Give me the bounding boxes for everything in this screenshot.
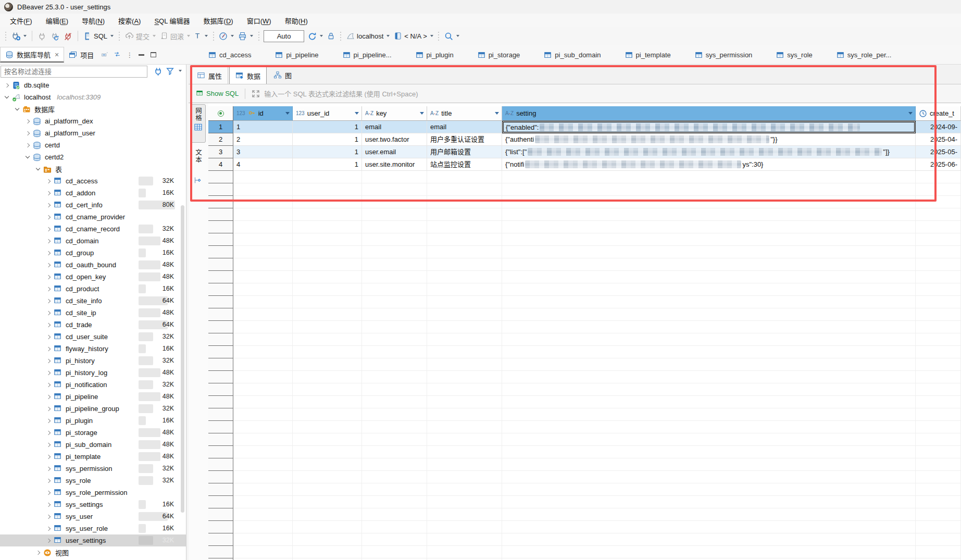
tree-item-cd_site_info[interactable]: cd_site_info64K xyxy=(0,295,186,307)
empty-cell[interactable] xyxy=(502,471,916,483)
column-menu-icon[interactable] xyxy=(908,112,913,115)
empty-cell[interactable] xyxy=(502,346,916,358)
row-number-empty[interactable] xyxy=(208,221,233,233)
empty-cell[interactable] xyxy=(916,496,961,508)
row-gutter-header[interactable] xyxy=(208,106,233,121)
search-button[interactable] xyxy=(442,30,461,42)
empty-cell[interactable] xyxy=(502,446,916,458)
empty-cell[interactable] xyxy=(293,458,362,471)
empty-cell[interactable] xyxy=(362,221,427,233)
empty-cell[interactable] xyxy=(233,208,293,221)
column-header-setting[interactable]: A-Zsetting xyxy=(502,106,916,121)
empty-cell[interactable] xyxy=(362,483,427,496)
empty-cell[interactable] xyxy=(916,533,961,546)
empty-cell[interactable] xyxy=(427,421,502,433)
tree-expander-icon[interactable] xyxy=(46,287,51,291)
tree-expander-icon[interactable] xyxy=(46,406,51,410)
empty-cell[interactable] xyxy=(233,271,293,283)
empty-cell[interactable] xyxy=(233,471,293,483)
tree-expander-icon[interactable] xyxy=(46,466,51,470)
empty-cell[interactable] xyxy=(427,333,502,346)
active-database-selector[interactable]: < N/A > xyxy=(392,30,435,42)
row-number-empty[interactable] xyxy=(208,183,233,196)
empty-cell[interactable] xyxy=(502,171,916,183)
editor-tab-pi_pipeline[interactable]: pi_pipeline xyxy=(275,51,318,59)
tree-item-视图[interactable]: 视图 xyxy=(0,546,186,558)
empty-cell[interactable] xyxy=(502,208,916,221)
tree-expander-icon[interactable] xyxy=(26,131,30,135)
editor-tab-pi_pipeline[interactable]: pi_pipeline... xyxy=(343,51,392,59)
empty-cell[interactable] xyxy=(427,296,502,308)
empty-cell[interactable] xyxy=(293,533,362,546)
tree-item-ai_platform_user[interactable]: ai_platform_user xyxy=(0,127,186,139)
cell-id[interactable]: 2 xyxy=(233,133,293,146)
row-number-empty[interactable] xyxy=(208,483,233,496)
empty-cell[interactable] xyxy=(502,383,916,396)
reconnect-button[interactable] xyxy=(48,30,61,42)
tree-item-pi_notification[interactable]: pi_notification32K xyxy=(0,379,186,391)
tree-expander-icon[interactable] xyxy=(26,154,30,158)
empty-cell[interactable] xyxy=(427,271,502,283)
empty-cell[interactable] xyxy=(427,383,502,396)
empty-cell[interactable] xyxy=(362,433,427,446)
empty-cell[interactable] xyxy=(916,471,961,483)
lock-button[interactable] xyxy=(325,30,337,42)
tree-item-sys_user[interactable]: sys_user64K xyxy=(0,511,186,522)
tree-item-pi_pipeline[interactable]: pi_pipeline48K xyxy=(0,391,186,403)
empty-cell[interactable] xyxy=(233,421,293,433)
active-connection-selector[interactable]: localhost xyxy=(344,30,392,42)
empty-cell[interactable] xyxy=(916,283,961,296)
empty-cell[interactable] xyxy=(502,396,916,408)
empty-cell[interactable] xyxy=(362,546,427,558)
column-menu-icon[interactable] xyxy=(285,112,290,115)
tree-expander-icon[interactable] xyxy=(36,550,40,554)
empty-cell[interactable] xyxy=(502,296,916,308)
empty-cell[interactable] xyxy=(502,258,916,271)
cell-id[interactable]: 4 xyxy=(233,158,293,171)
empty-cell[interactable] xyxy=(293,521,362,533)
empty-cell[interactable] xyxy=(293,421,362,433)
empty-cell[interactable] xyxy=(502,196,916,208)
empty-cell[interactable] xyxy=(293,171,362,183)
row-number-empty[interactable] xyxy=(208,508,233,521)
column-header-create_t[interactable]: create_t xyxy=(916,106,961,121)
row-number-empty[interactable] xyxy=(208,408,233,421)
expand-filter-icon[interactable] xyxy=(252,90,260,98)
empty-cell[interactable] xyxy=(502,546,916,558)
empty-cell[interactable] xyxy=(362,258,427,271)
empty-cell[interactable] xyxy=(427,521,502,533)
empty-cell[interactable] xyxy=(502,458,916,471)
empty-cell[interactable] xyxy=(362,533,427,546)
empty-cell[interactable] xyxy=(293,208,362,221)
row-number-empty[interactable] xyxy=(208,283,233,296)
commit-button[interactable]: 提交 xyxy=(122,30,158,43)
empty-cell[interactable] xyxy=(233,433,293,446)
empty-cell[interactable] xyxy=(362,246,427,258)
tree-item-pi_plugin[interactable]: pi_plugin16K xyxy=(0,415,186,427)
empty-cell[interactable] xyxy=(502,483,916,496)
tree-expander-icon[interactable] xyxy=(46,334,51,339)
cell-create-t[interactable]: 2025-06- xyxy=(916,158,961,171)
editor-tab-pi_sub_domain[interactable]: pi_sub_domain xyxy=(544,51,601,59)
empty-cell[interactable] xyxy=(916,408,961,421)
value-panel-icon[interactable] xyxy=(193,176,202,184)
column-header-title[interactable]: A-Ztitle xyxy=(427,106,502,121)
tree-item-sys_settings[interactable]: sys_settings16K xyxy=(0,499,186,511)
column-header-user_id[interactable]: 123user_id xyxy=(293,106,362,121)
empty-cell[interactable] xyxy=(502,333,916,346)
collapse-all-button[interactable] xyxy=(98,49,111,60)
row-number[interactable]: 3 xyxy=(208,146,233,158)
tree-item-pi_template[interactable]: pi_template48K xyxy=(0,451,186,463)
minimize-icon[interactable] xyxy=(139,54,144,56)
tree-item-cd_cname_record[interactable]: cd_cname_record32K xyxy=(0,223,186,235)
empty-cell[interactable] xyxy=(916,271,961,283)
cell-setting[interactable]: {"authenti"}} xyxy=(502,133,916,146)
editor-tab-pi_plugin[interactable]: pi_plugin xyxy=(416,51,454,59)
menu-item-6[interactable]: 窗口(W) xyxy=(240,14,278,27)
editor-tab-pi_template[interactable]: pi_template xyxy=(625,51,671,59)
menu-item-2[interactable]: 导航(N) xyxy=(75,14,111,27)
tree-expander-icon[interactable] xyxy=(46,215,51,219)
empty-cell[interactable] xyxy=(362,308,427,321)
menu-item-1[interactable]: 编辑(E) xyxy=(39,14,75,27)
link-with-editor-button[interactable] xyxy=(111,49,123,60)
